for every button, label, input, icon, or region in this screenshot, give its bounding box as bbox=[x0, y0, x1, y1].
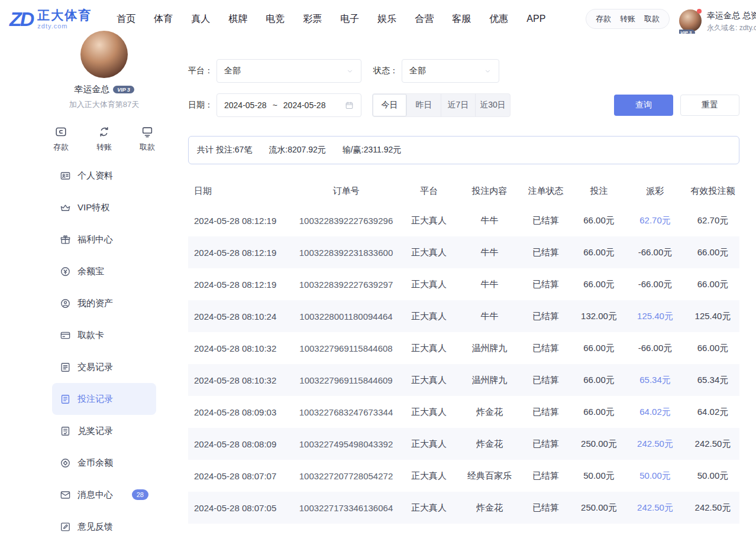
sidebar-item-vip-privileges[interactable]: VIP特权 bbox=[52, 191, 156, 223]
cell-status: 已结算 bbox=[518, 470, 574, 482]
cell-bet: 66.00元 bbox=[574, 279, 624, 290]
range-button[interactable]: 昨日 bbox=[407, 94, 441, 116]
search-button[interactable]: 查询 bbox=[614, 95, 673, 116]
table-row: 2024-05-28 08:12:191003228392231833600正大… bbox=[188, 236, 739, 268]
wallet-link[interactable]: 转账 bbox=[620, 14, 635, 24]
cell-status: 已结算 bbox=[518, 439, 574, 450]
mail-icon bbox=[60, 489, 71, 501]
status-select[interactable]: 全部 bbox=[402, 59, 499, 83]
date-range-input[interactable]: 2024-05-28 ~ 2024-05-28 bbox=[217, 93, 361, 117]
nav-item[interactable]: APP bbox=[526, 14, 545, 24]
table-row: 2024-05-28 08:07:071003227207728054272正大… bbox=[188, 460, 739, 492]
quick-action-transfer[interactable]: 转账 bbox=[96, 125, 112, 152]
cell-content: 牛牛 bbox=[461, 311, 518, 322]
sidebar-item-transaction-records[interactable]: 交易记录 bbox=[52, 351, 156, 383]
nav-item[interactable]: 娱乐 bbox=[377, 13, 396, 25]
cell-bet: 66.00元 bbox=[574, 215, 624, 226]
sidebar-item-prize-records[interactable]: 兑奖记录 bbox=[52, 415, 156, 447]
yuan-circle-icon bbox=[60, 266, 71, 277]
cell-valid: 64.02元 bbox=[686, 407, 739, 418]
cell-payout: -66.00元 bbox=[624, 247, 686, 258]
table-row: 2024-05-28 08:12:191003228392227639297正大… bbox=[188, 268, 739, 300]
summary-item: 共计 投注:67笔 bbox=[197, 145, 252, 155]
username: 幸运金总 总资 bbox=[707, 9, 756, 22]
coin-diamond-icon bbox=[60, 457, 71, 469]
cell-bet: 66.00元 bbox=[574, 407, 624, 418]
cell-content: 牛牛 bbox=[461, 215, 518, 226]
cell-content: 经典百家乐 bbox=[461, 470, 518, 482]
nav-item[interactable]: 首页 bbox=[117, 13, 135, 25]
chevron-down-icon bbox=[346, 67, 354, 75]
sidebar-item-label: 交易记录 bbox=[77, 362, 113, 373]
cell-status: 已结算 bbox=[518, 343, 574, 354]
nav-item[interactable]: 彩票 bbox=[303, 13, 322, 25]
nav-item[interactable]: 电竞 bbox=[266, 13, 285, 25]
range-button[interactable]: 近30日 bbox=[476, 94, 510, 116]
date-label: 日期： bbox=[188, 100, 217, 111]
cell-payout: -66.00元 bbox=[624, 343, 686, 354]
sidebar: 幸运金总 VIP 3 加入正大体育第87天 存款转账取款 个人资料VIP特权福利… bbox=[0, 38, 172, 539]
reset-button[interactable]: 重置 bbox=[680, 95, 739, 116]
column-header: 投注 bbox=[574, 186, 624, 197]
quick-action-withdraw[interactable]: 取款 bbox=[140, 125, 155, 152]
bank-card-icon bbox=[60, 330, 71, 341]
sidebar-item-welfare-center[interactable]: 福利中心 bbox=[52, 223, 156, 255]
wallet-link[interactable]: 取款 bbox=[644, 14, 660, 24]
cell-order: 1003228392227639296 bbox=[296, 216, 396, 226]
sidebar-item-label: 福利中心 bbox=[77, 234, 113, 245]
sidebar-item-label: 意见反馈 bbox=[77, 521, 113, 532]
cell-bet: 66.00元 bbox=[574, 247, 624, 258]
cell-date: 2024-05-28 08:07:07 bbox=[188, 471, 296, 481]
sidebar-item-bet-records[interactable]: 投注记录 bbox=[52, 383, 156, 415]
column-header: 平台 bbox=[396, 186, 461, 197]
column-header: 派彩 bbox=[624, 186, 686, 197]
sidebar-item-withdraw-card[interactable]: 取款卡 bbox=[52, 319, 156, 351]
domain-note: 永久域名: zdty.c bbox=[707, 22, 756, 34]
platform-select[interactable]: 全部 bbox=[217, 59, 361, 83]
main-content: 平台： 全部 状态： 全部 日期： 2024-05-28 ~ 2024-05-2… bbox=[172, 38, 756, 539]
profile-quick-actions: 存款转账取款 bbox=[53, 125, 155, 152]
cell-status: 已结算 bbox=[518, 279, 574, 290]
quick-action-deposit[interactable]: 存款 bbox=[53, 125, 69, 152]
brand-logo[interactable]: ZD 正大体育 zdty.com bbox=[9, 8, 92, 29]
sidebar-item-label: 消息中心 bbox=[77, 489, 113, 501]
table-row: 2024-05-28 08:10:321003227969115844608正大… bbox=[188, 332, 739, 364]
cell-status: 已结算 bbox=[518, 247, 574, 258]
sidebar-item-label: 金币余额 bbox=[77, 457, 113, 469]
profile-username: 幸运金总 bbox=[74, 84, 109, 95]
sidebar-item-message-center[interactable]: 消息中心28 bbox=[52, 479, 156, 511]
cell-payout: 62.70元 bbox=[624, 215, 686, 226]
brand-name: 正大体育 bbox=[37, 8, 92, 22]
nav-item[interactable]: 合营 bbox=[415, 13, 434, 25]
sidebar-item-yuebao[interactable]: 余额宝 bbox=[52, 255, 156, 287]
cell-date: 2024-05-28 08:12:19 bbox=[188, 280, 296, 290]
range-button[interactable]: 近7日 bbox=[441, 94, 476, 116]
nav-item[interactable]: 客服 bbox=[452, 13, 471, 25]
table-row: 2024-05-28 08:12:191003228392227639296正大… bbox=[188, 204, 739, 236]
person-circle-icon bbox=[60, 298, 71, 309]
nav-item[interactable]: 优惠 bbox=[489, 13, 508, 25]
sidebar-item-coin-balance[interactable]: 金币余额 bbox=[52, 447, 156, 479]
cell-payout: 125.40元 bbox=[624, 311, 686, 322]
wallet-link[interactable]: 存款 bbox=[596, 14, 611, 24]
sidebar-item-feedback[interactable]: 意见反馈 bbox=[52, 511, 156, 539]
cell-platform: 正大真人 bbox=[396, 279, 461, 290]
nav-item[interactable]: 真人 bbox=[191, 13, 210, 25]
date-end: 2024-05-28 bbox=[283, 100, 326, 110]
user-box[interactable]: VIP 3 幸运金总 总资 永久域名: zdty.c bbox=[679, 4, 756, 33]
summary-item: 输/赢:2311.92元 bbox=[343, 145, 401, 155]
profile-avatar[interactable] bbox=[80, 31, 128, 78]
sidebar-item-personal-info[interactable]: 个人资料 bbox=[52, 160, 156, 191]
cell-valid: 66.00元 bbox=[686, 343, 739, 354]
table-row: 2024-05-28 08:10:321003227969115844609正大… bbox=[188, 364, 739, 396]
range-button[interactable]: 今日 bbox=[373, 94, 407, 116]
chevron-down-icon bbox=[484, 67, 492, 75]
nav-item[interactable]: 电子 bbox=[340, 13, 359, 25]
sidebar-item-my-assets[interactable]: 我的资产 bbox=[52, 287, 156, 319]
nav-item[interactable]: 体育 bbox=[154, 13, 173, 25]
prize-doc-icon bbox=[60, 426, 71, 437]
cell-payout: 242.50元 bbox=[624, 439, 686, 450]
column-header: 订单号 bbox=[296, 186, 396, 197]
sidebar-menu: 个人资料VIP特权福利中心余额宝我的资产取款卡交易记录投注记录兑奖记录金币余额消… bbox=[52, 160, 156, 539]
nav-item[interactable]: 棋牌 bbox=[228, 13, 247, 25]
